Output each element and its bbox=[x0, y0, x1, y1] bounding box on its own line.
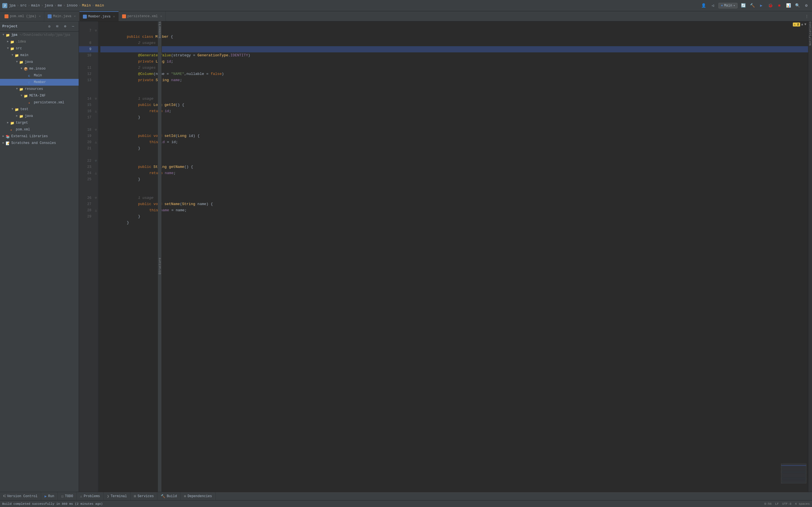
folder-icon-java-test: 📁 bbox=[19, 114, 24, 118]
tree-item-jpa[interactable]: ▼ 📁 jpa ~/Downloads/study/jpa/jpa bbox=[0, 32, 79, 38]
tree-arrow-resources: ▼ bbox=[15, 86, 19, 92]
code-line-18: public void setId(Long id) { bbox=[100, 127, 809, 133]
bc-src[interactable]: src bbox=[20, 3, 27, 8]
tree-item-resources[interactable]: ▼ 📁 resources bbox=[0, 86, 79, 93]
code-line-24: } bbox=[100, 170, 809, 176]
bc-insoo[interactable]: insoo bbox=[66, 3, 78, 8]
folder-icon-idea: 📁 bbox=[10, 40, 15, 44]
profile-button[interactable]: 👤 bbox=[700, 2, 707, 9]
tree-item-metainf[interactable]: ▼ 📁 META-INF bbox=[0, 93, 79, 99]
tab-pom[interactable]: pom.xml (jpa) ✕ bbox=[1, 11, 44, 21]
bottom-tab-terminal[interactable]: ❯ Terminal bbox=[104, 492, 131, 500]
warning-nav-up[interactable]: ▲ bbox=[801, 22, 803, 26]
bottom-tab-dependencies[interactable]: ⊕ Dependencies bbox=[181, 492, 215, 500]
code-line-27: this.name = name; bbox=[100, 201, 809, 207]
bc-main-class[interactable]: Main bbox=[82, 3, 91, 8]
persistence-tab-close[interactable]: ✕ bbox=[160, 14, 162, 18]
bc-me[interactable]: me bbox=[58, 3, 62, 8]
bc-java[interactable]: java bbox=[44, 3, 53, 8]
tree-label-jpa: jpa ~/Downloads/study/jpa/jpa bbox=[11, 32, 70, 38]
persistence-tab-icon bbox=[122, 14, 126, 18]
pom-tab-close[interactable]: ✕ bbox=[39, 14, 41, 18]
tree-label-main: main bbox=[20, 52, 29, 58]
code-line-22: public String getName() { bbox=[100, 158, 809, 164]
bottom-tab-problems[interactable]: ⚠ Problems bbox=[77, 492, 103, 500]
bottom-tab-services[interactable]: ⊞ Services bbox=[131, 492, 157, 500]
bottom-tab-build[interactable]: 🔨 Build bbox=[157, 492, 181, 500]
tree-arrow-meinsoo: ▼ bbox=[19, 66, 24, 71]
debug-button[interactable]: 🐞 bbox=[767, 2, 774, 9]
tree-item-member[interactable]: C Member bbox=[0, 79, 79, 86]
sidebar-collapse-button[interactable]: ⊟ bbox=[54, 23, 61, 30]
tab-persistence[interactable]: persistence.xml ✕ bbox=[119, 11, 166, 21]
code-line-29: } bbox=[100, 214, 809, 220]
tree-arrow-test: ▼ bbox=[10, 107, 15, 112]
sidebar-locate-button[interactable]: ◎ bbox=[46, 23, 53, 30]
minimap[interactable] bbox=[781, 464, 806, 483]
dependencies-icon: ⊕ bbox=[184, 494, 186, 499]
run-button[interactable]: ▶ bbox=[758, 2, 765, 9]
code-lines[interactable]: public class Member { 2 usages @Id @Gene… bbox=[98, 21, 809, 492]
sync-button[interactable]: 🔄 bbox=[740, 2, 747, 9]
tree-item-java[interactable]: ▼ 📁 java bbox=[0, 59, 79, 65]
bc-main-method[interactable]: main bbox=[95, 3, 104, 8]
tree-item-main[interactable]: ▼ 📁 main bbox=[0, 52, 79, 59]
run-config-selector[interactable]: ● Main ▾ bbox=[718, 3, 738, 8]
main-tab-close[interactable]: ✕ bbox=[74, 14, 76, 18]
rebuild-button[interactable]: 🔨 bbox=[749, 2, 756, 9]
tree-item-pom[interactable]: ✦ pom.xml bbox=[0, 126, 79, 133]
member-tab-icon bbox=[83, 15, 87, 18]
tree-item-ext-libs[interactable]: ▶ 📚 External Libraries bbox=[0, 133, 79, 140]
sidebar-close-button[interactable]: — bbox=[70, 23, 77, 30]
bc-main[interactable]: main bbox=[31, 3, 40, 8]
tree-item-target[interactable]: ▶ 📁 target bbox=[0, 119, 79, 126]
bottom-tab-todo[interactable]: ☑ TODO bbox=[58, 492, 77, 500]
status-line-endings: LF bbox=[775, 502, 779, 506]
tree-item-test[interactable]: ▼ 📁 test bbox=[0, 106, 79, 113]
folder-icon-jpa: 📁 bbox=[6, 33, 10, 37]
structure-label[interactable]: Structure bbox=[158, 257, 161, 276]
run-coverage-button[interactable]: 📊 bbox=[785, 2, 792, 9]
bottom-tab-run[interactable]: ▶ Run bbox=[41, 492, 58, 500]
sidebar-settings-button[interactable]: ⚙ bbox=[62, 23, 68, 30]
tree-item-idea[interactable]: ▶ 📁 .idea bbox=[0, 38, 79, 45]
todo-icon: ☑ bbox=[61, 494, 63, 499]
package-icon-meinsoo: 📦 bbox=[24, 66, 28, 71]
hint-1usage-2: 1 usage bbox=[100, 189, 809, 195]
scratches-icon: 📝 bbox=[6, 141, 10, 145]
code-line-19: this.id = id; bbox=[100, 133, 809, 139]
bottom-tab-version-control[interactable]: ⑆ Version Control bbox=[0, 492, 41, 500]
notifications-label[interactable]: Notifications bbox=[809, 21, 812, 48]
tab-more-button[interactable]: ⋮ bbox=[803, 11, 811, 21]
tab-member[interactable]: Member.java ✕ bbox=[80, 11, 119, 21]
tree-label-idea: .idea bbox=[16, 39, 26, 45]
persistence-tab-label: persistence.xml bbox=[128, 14, 158, 18]
bookmarks-label[interactable]: Bookmarks bbox=[158, 21, 161, 47]
tree-item-scratches[interactable]: ▶ 📝 Scratches and Consoles bbox=[0, 140, 79, 147]
search-button[interactable]: 🔍 bbox=[794, 2, 801, 9]
java-icon-member: C bbox=[28, 80, 33, 84]
settings-button[interactable]: ⚙ bbox=[803, 2, 810, 9]
tree-item-src[interactable]: ▼ 📁 src bbox=[0, 45, 79, 52]
bottom-bar: ⑆ Version Control ▶ Run ☑ TODO ⚠ Problem… bbox=[0, 492, 812, 500]
tree-item-java-test[interactable]: ▶ 📁 java bbox=[0, 113, 79, 119]
stop-button[interactable]: ■ bbox=[776, 2, 783, 9]
tree-item-meinsoo[interactable]: ▼ 📦 me.insoo bbox=[0, 65, 79, 72]
tree-item-main-java[interactable]: C Main bbox=[0, 72, 79, 79]
member-tab-close[interactable]: ✕ bbox=[113, 15, 115, 18]
hint-2usages-1: 2 usages bbox=[100, 34, 809, 40]
bottom-tab-terminal-label: Terminal bbox=[110, 494, 127, 498]
warning-nav-down[interactable]: ▼ bbox=[804, 22, 806, 26]
code-line-blank-4 bbox=[100, 182, 809, 189]
project-icon: J bbox=[2, 3, 7, 8]
tab-main[interactable]: Main.java ✕ bbox=[44, 11, 79, 21]
tree-item-persistence-xml[interactable]: ✦ persistence.xml bbox=[0, 99, 79, 106]
main-area: Project ◎ ⊟ ⚙ — ▼ 📁 jpa ~/Downloads/stud… bbox=[0, 21, 812, 492]
status-message: Build completed successfully in 860 ms (… bbox=[2, 502, 760, 506]
bc-jpa[interactable]: jpa bbox=[9, 3, 15, 8]
editor-scroll[interactable]: 7 8 9 10 11 12 13 14 15 16 17 bbox=[79, 21, 812, 492]
back-button[interactable]: ◁ bbox=[709, 2, 716, 9]
tree-spacer-main bbox=[24, 73, 28, 78]
version-control-icon: ⑆ bbox=[3, 494, 6, 498]
bottom-tab-todo-label: TODO bbox=[65, 494, 73, 498]
